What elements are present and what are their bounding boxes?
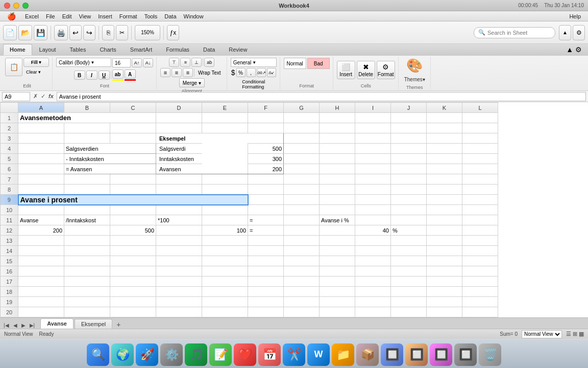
cell-I9[interactable] <box>355 195 391 205</box>
cell-A11[interactable]: Avanse <box>18 215 64 225</box>
cell-L1[interactable] <box>462 113 498 123</box>
orient-btn[interactable]: ab <box>204 58 214 67</box>
cell-B5[interactable]: - Inntakskosten <box>64 154 156 164</box>
dock-word[interactable]: W <box>307 343 330 366</box>
cell-K9[interactable] <box>427 195 462 205</box>
sheet-tab-avanse[interactable]: Avanse <box>40 318 74 329</box>
cell-L2[interactable] <box>462 123 498 133</box>
cell-H10[interactable] <box>320 205 355 215</box>
cell-K4[interactable] <box>427 144 462 154</box>
wrap-text-btn[interactable]: Wrap Text <box>195 68 224 77</box>
cell-D12[interactable] <box>156 225 202 236</box>
cell-H5[interactable] <box>320 154 355 164</box>
cell-F11[interactable]: = <box>248 215 284 225</box>
cell-E6[interactable] <box>202 164 248 174</box>
cell-D3[interactable]: Eksempel <box>156 133 284 144</box>
cell-H12[interactable] <box>320 225 355 236</box>
comma-button[interactable]: , <box>247 68 256 77</box>
underline-button[interactable]: U <box>99 71 110 80</box>
conditional-formatting[interactable]: ConditionalFormatting <box>241 78 266 90</box>
cell-C7[interactable] <box>110 174 156 185</box>
dock-health[interactable]: ❤️ <box>234 343 256 366</box>
cell-H4[interactable] <box>320 144 355 154</box>
cell-A7[interactable] <box>18 174 64 185</box>
cell-L3[interactable] <box>462 133 498 144</box>
cell-E12[interactable]: 100 <box>202 225 248 236</box>
tab-tables[interactable]: Tables <box>63 44 93 55</box>
cell-K11[interactable] <box>427 215 462 225</box>
cell-G7[interactable] <box>284 174 320 185</box>
col-header-F[interactable]: F <box>248 103 284 113</box>
menu-excel[interactable]: Excel <box>22 12 42 20</box>
cell-L11[interactable] <box>462 215 498 225</box>
cell-G8[interactable] <box>284 185 320 195</box>
tab-smartart[interactable]: SmartArt <box>124 44 159 55</box>
cell-C8[interactable] <box>110 185 156 195</box>
increase-size-btn[interactable]: A↑ <box>132 58 142 67</box>
cell-I2[interactable] <box>355 123 391 133</box>
cell-L8[interactable] <box>462 185 498 195</box>
cell-J2[interactable] <box>391 123 427 133</box>
save-button[interactable]: 💾 <box>34 25 47 40</box>
menu-insert[interactable]: Insert <box>95 12 115 20</box>
print-button[interactable]: 🖨️ <box>54 25 68 40</box>
dock-finder2[interactable]: 📁 <box>332 343 354 366</box>
normal-view-icon[interactable]: ☰ <box>566 331 571 337</box>
cell-H2[interactable] <box>320 123 355 133</box>
cell-B10[interactable] <box>64 205 110 215</box>
cell-J1[interactable] <box>391 113 427 123</box>
menu-help[interactable]: Help <box>566 12 584 20</box>
highlight-btn-container[interactable]: ab <box>112 70 124 81</box>
cell-C3[interactable] <box>110 133 156 144</box>
cell-D1[interactable] <box>156 113 202 123</box>
cell-C12[interactable]: 500 <box>110 225 156 236</box>
format-cells-button[interactable]: ⚙ Format <box>377 61 395 79</box>
minimize-button[interactable] <box>13 3 19 9</box>
cell-E4[interactable] <box>202 144 248 154</box>
cell-B4[interactable]: Salgsverdien <box>64 144 156 154</box>
cell-K2[interactable] <box>427 123 462 133</box>
increase-decimal[interactable]: .00↗ <box>257 68 266 77</box>
cell-C10[interactable] <box>110 205 156 215</box>
menu-edit[interactable]: Edit <box>59 12 75 20</box>
cell-L9[interactable] <box>462 195 498 205</box>
col-header-A[interactable]: A <box>18 103 64 113</box>
menu-file[interactable]: File <box>43 12 58 20</box>
cell-F4[interactable]: 500 <box>248 144 284 154</box>
align-center-btn[interactable]: ≡ <box>172 68 182 77</box>
dock-appstore[interactable]: 🚀 <box>136 343 158 366</box>
tab-data[interactable]: Data <box>197 44 222 55</box>
sheet-tab-eksempel[interactable]: Eksempel <box>75 319 112 329</box>
number-format-selector[interactable]: General ▼ <box>231 58 277 67</box>
formula-input-field[interactable]: Avanse i prosent <box>57 92 586 101</box>
dock-finder[interactable]: 🔍 <box>87 343 109 366</box>
cell-D11[interactable]: *100 <box>156 215 202 225</box>
cell-I1[interactable] <box>355 113 391 123</box>
cell-I8[interactable] <box>355 185 391 195</box>
cell-B6[interactable]: = Avansen <box>64 164 156 174</box>
cell-E1[interactable] <box>202 113 248 123</box>
cell-G11[interactable] <box>284 215 320 225</box>
cell-I3[interactable] <box>355 133 391 144</box>
cell-D6[interactable]: Avansen <box>156 164 202 174</box>
merge-btn[interactable]: Merge ▾ <box>179 78 205 87</box>
undo-button[interactable]: ↩ <box>69 25 82 40</box>
style-normal[interactable]: Normal <box>284 58 306 69</box>
menu-tools[interactable]: Tools <box>141 12 161 20</box>
cell-J9[interactable] <box>391 195 427 205</box>
align-middle-btn[interactable]: ≡ <box>180 58 190 67</box>
cell-H11[interactable]: Avanse i % <box>320 215 355 225</box>
clear-button[interactable]: Clear ▾ <box>23 68 49 76</box>
font-size-selector[interactable]: 16 <box>112 58 131 67</box>
cell-K3[interactable] <box>427 133 462 144</box>
cell-I11[interactable] <box>355 215 391 225</box>
menu-window[interactable]: Window <box>181 12 207 20</box>
cell-F2[interactable] <box>248 123 284 133</box>
cell-B11[interactable]: /Inntakskost <box>64 215 110 225</box>
col-header-I[interactable]: I <box>355 103 391 113</box>
cell-E8[interactable] <box>202 185 248 195</box>
cell-G9[interactable] <box>284 195 320 205</box>
dock-calendar[interactable]: 📅 <box>258 343 281 366</box>
cell-D10[interactable] <box>156 205 202 215</box>
cell-K1[interactable] <box>427 113 462 123</box>
